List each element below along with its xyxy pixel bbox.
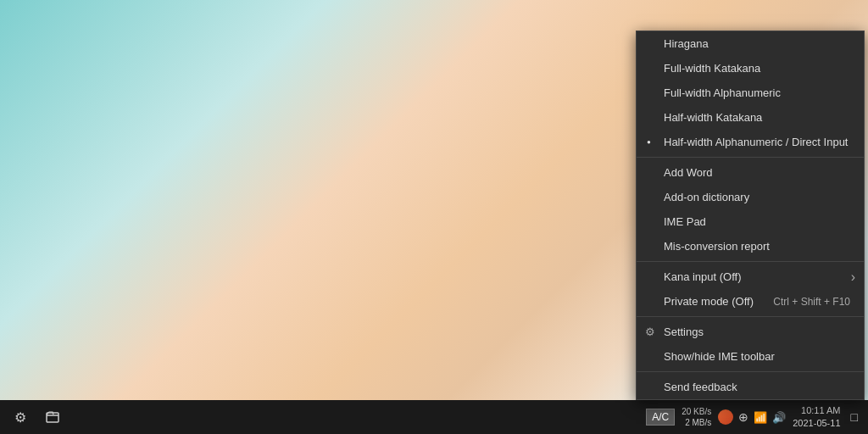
- menu-item-half-width-katakana[interactable]: Half-width Katakana: [637, 105, 864, 130]
- menu-item-label: Settings: [664, 326, 704, 338]
- clock-date: 2021-05-11: [793, 417, 840, 430]
- menu-item-label: Full-width Alphanumeric: [664, 86, 781, 99]
- file-manager-button[interactable]: [39, 403, 66, 431]
- menu-item-label: Half-width Katakana: [664, 111, 762, 124]
- menu-item-add-word[interactable]: Add Word: [637, 160, 864, 185]
- clock-time: 10:11 AM: [793, 404, 840, 417]
- menu-item-show-hide-toolbar[interactable]: Show/hide IME toolbar: [637, 344, 864, 369]
- menu-item-send-feedback[interactable]: Send feedback: [637, 375, 864, 399]
- system-tray-icons: ⊕ 📶 🔊: [718, 409, 786, 425]
- menu-item-private-mode[interactable]: Private mode (Off)Ctrl + Shift + F10: [637, 289, 864, 314]
- menu-item-mis-conversion[interactable]: Mis-conversion report: [637, 234, 864, 259]
- menu-item-label: Private mode (Off): [664, 295, 754, 308]
- taskbar-right: A/C 20 KB/s 2 MB/s ⊕ 📶 🔊 10:11 AM 2021-0…: [646, 404, 861, 431]
- notification-button[interactable]: □: [848, 410, 861, 424]
- menu-item-label: Mis-conversion report: [664, 240, 770, 253]
- menu-item-addon-dictionary[interactable]: Add-on dictionary: [637, 185, 864, 209]
- menu-separator: [637, 316, 864, 317]
- menu-separator: [637, 371, 864, 372]
- menu-item-label: Send feedback: [664, 381, 737, 393]
- context-menu: HiraganaFull-width KatakanaFull-width Al…: [636, 31, 865, 400]
- menu-item-shortcut: Ctrl + Shift + F10: [756, 296, 850, 308]
- menu-item-label: Full-width Katakana: [664, 62, 760, 75]
- network-icon[interactable]: ⊕: [738, 410, 748, 424]
- volume-icon[interactable]: 🔊: [772, 411, 786, 424]
- svg-rect-0: [47, 413, 58, 422]
- menu-separator: [637, 157, 864, 158]
- menu-item-label: Half-width Alphanumeric / Direct Input: [664, 136, 848, 148]
- wifi-icon[interactable]: 📶: [754, 411, 767, 424]
- menu-item-label: Add-on dictionary: [664, 191, 749, 203]
- menu-separator: [637, 261, 864, 262]
- menu-item-label: Hiragana: [664, 37, 709, 50]
- menu-item-settings[interactable]: ⚙Settings: [637, 320, 864, 344]
- antivirus-icon[interactable]: [718, 409, 733, 425]
- menu-item-label: Add Word: [664, 166, 713, 179]
- menu-item-hiragana[interactable]: Hiragana: [637, 31, 864, 56]
- menu-item-label: Show/hide IME toolbar: [664, 350, 775, 363]
- ime-indicator[interactable]: A/C: [646, 409, 675, 426]
- settings-taskbar-button[interactable]: ⚙: [7, 403, 34, 431]
- menu-item-label: Kana input (Off): [664, 270, 742, 283]
- gear-icon: ⚙: [645, 326, 655, 338]
- network-speed: 20 KB/s 2 MB/s: [682, 406, 711, 428]
- menu-item-full-width-katakana[interactable]: Full-width Katakana: [637, 56, 864, 81]
- taskbar-left: ⚙: [7, 403, 66, 431]
- menu-item-ime-pad[interactable]: IME Pad: [637, 209, 864, 234]
- menu-item-label: IME Pad: [664, 215, 706, 228]
- menu-item-half-width-alphanumeric[interactable]: Half-width Alphanumeric / Direct Input: [637, 130, 864, 154]
- system-clock[interactable]: 10:11 AM 2021-05-11: [793, 404, 840, 431]
- taskbar: ⚙ A/C 20 KB/s 2 MB/s ⊕ 📶 🔊 10:11 AM: [0, 400, 868, 434]
- menu-item-kana-input[interactable]: Kana input (Off): [637, 264, 864, 289]
- menu-item-full-width-alphanumeric[interactable]: Full-width Alphanumeric: [637, 81, 864, 105]
